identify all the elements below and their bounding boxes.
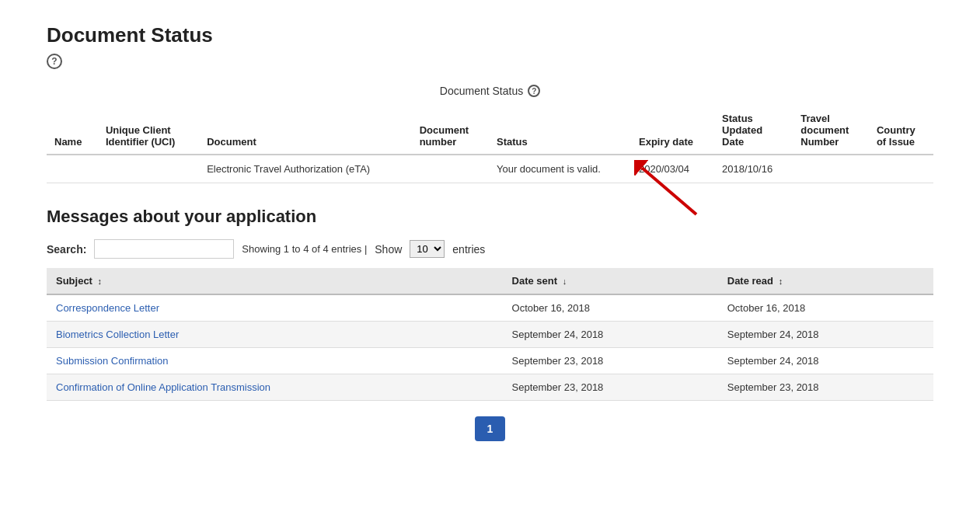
msg-table-row: Submission ConfirmationSeptember 23, 201…: [47, 348, 933, 374]
entries-summary: Showing 1 to 4 of 4 entries |: [242, 243, 367, 255]
entries-label: entries: [452, 243, 485, 256]
doc-table-row: Electronic Travel Authorization (eTA)You…: [47, 155, 933, 183]
msg-date-sent-cell: September 23, 2018: [503, 374, 718, 401]
col-uci: Unique ClientIdentifier (UCI): [98, 106, 199, 155]
col-travel-doc: TraveldocumentNumber: [793, 106, 869, 155]
doc-cell-extra-3: [869, 155, 933, 183]
subject-sort-icon: ↕: [98, 277, 103, 286]
page-1-button[interactable]: 1: [475, 416, 506, 441]
msg-subject-cell: Biometrics Collection Letter: [47, 322, 503, 348]
doc-status-help-icon[interactable]: ?: [528, 85, 540, 97]
msg-table-row: Correspondence LetterOctober 16, 2018Oct…: [47, 294, 933, 322]
col-date-read-header[interactable]: Date read ↕: [718, 268, 933, 294]
msg-subject-cell: Submission Confirmation: [47, 348, 503, 374]
msg-subject-cell: Confirmation of Online Application Trans…: [47, 374, 503, 401]
show-label: Show: [375, 243, 402, 256]
msg-subject-link[interactable]: Correspondence Letter: [56, 302, 159, 314]
search-input[interactable]: [94, 239, 234, 259]
doc-cell-extra-1: 2018/10/16: [714, 155, 793, 183]
doc-cell-3: [412, 155, 489, 183]
document-status-section: Document Status ? Name Unique ClientIden…: [47, 85, 933, 183]
doc-status-label: Document Status: [440, 85, 523, 97]
msg-table-row: Biometrics Collection LetterSeptember 24…: [47, 322, 933, 348]
msg-date-read-cell: October 16, 2018: [718, 294, 933, 322]
doc-status-text: Your document is valid.: [497, 163, 601, 175]
messages-section: Messages about your application Search: …: [47, 207, 933, 401]
document-status-table: Name Unique ClientIdentifier (UCI) Docum…: [47, 106, 933, 183]
messages-table: Subject ↕ Date sent ↓ Date read ↕ Corres…: [47, 268, 933, 401]
msg-date-sent-cell: October 16, 2018: [503, 294, 718, 322]
doc-cell-2: Electronic Travel Authorization (eTA): [199, 155, 411, 183]
msg-subject-cell: Correspondence Letter: [47, 294, 503, 322]
msg-table-row: Confirmation of Online Application Trans…: [47, 374, 933, 401]
msg-date-sent-cell: September 24, 2018: [503, 322, 718, 348]
search-bar: Search: Showing 1 to 4 of 4 entries | Sh…: [47, 239, 933, 259]
col-date-sent-header[interactable]: Date sent ↓: [503, 268, 718, 294]
col-name: Name: [47, 106, 98, 155]
date-read-sort-icon: ↕: [779, 277, 783, 286]
doc-cell-0: [47, 155, 98, 183]
col-subject-header[interactable]: Subject ↕: [47, 268, 503, 294]
date-sent-sort-icon: ↓: [563, 277, 567, 286]
page-title: Document Status: [47, 23, 933, 47]
col-expiry: Expiry date: [631, 106, 714, 155]
messages-title: Messages about your application: [47, 207, 933, 227]
search-label: Search:: [47, 243, 86, 256]
doc-status-header: Document Status ?: [47, 85, 933, 97]
doc-status-cell: Your document is valid.: [489, 155, 631, 183]
doc-cell-extra-2: [793, 155, 869, 183]
doc-cell-1: [98, 155, 199, 183]
col-status-updated: StatusUpdatedDate: [714, 106, 793, 155]
pagination: 1: [47, 416, 933, 441]
col-country: Countryof Issue: [869, 106, 933, 155]
help-icon[interactable]: ?: [47, 54, 62, 69]
entries-select[interactable]: 10 25 50: [410, 240, 445, 258]
msg-date-read-cell: September 24, 2018: [718, 322, 933, 348]
msg-date-read-cell: September 23, 2018: [718, 374, 933, 401]
col-document: Document: [199, 106, 411, 155]
msg-date-read-cell: September 24, 2018: [718, 348, 933, 374]
msg-subject-link[interactable]: Confirmation of Online Application Trans…: [56, 381, 270, 393]
msg-subject-link[interactable]: Submission Confirmation: [56, 355, 169, 367]
col-doc-number: Documentnumber: [412, 106, 489, 155]
doc-cell-extra-0: 2020/03/04: [631, 155, 714, 183]
msg-date-sent-cell: September 23, 2018: [503, 348, 718, 374]
col-status: Status: [489, 106, 631, 155]
msg-subject-link[interactable]: Biometrics Collection Letter: [56, 329, 179, 340]
